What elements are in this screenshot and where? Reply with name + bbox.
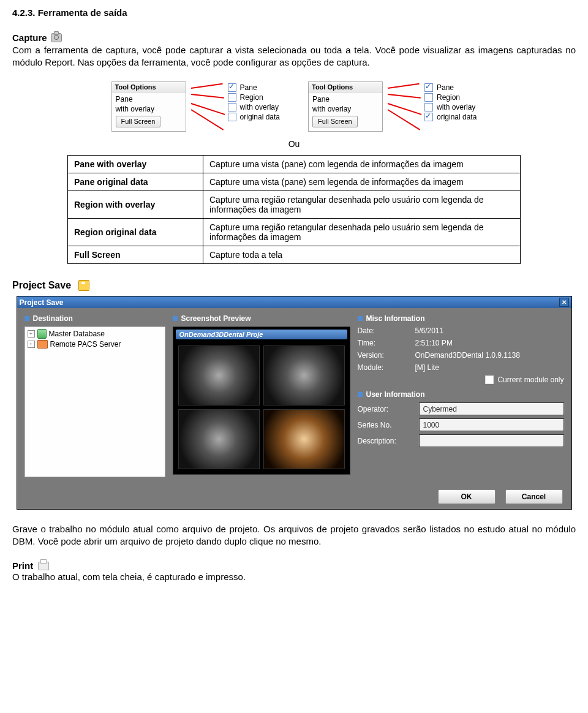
ou-label: Ou	[12, 139, 576, 149]
user-key: Description:	[358, 437, 413, 445]
dialog-titlebar: Project Save ✕	[17, 296, 571, 308]
checkbox-icon[interactable]	[228, 83, 236, 92]
checkbox-icon[interactable]	[424, 93, 433, 102]
server-icon	[37, 340, 48, 349]
tool-options-title-r: Tool Options	[309, 82, 382, 92]
destination-tree[interactable]: + Master Database + Remote PACS Server	[24, 326, 165, 477]
term-cell: Pane original data	[68, 173, 203, 191]
preview-title: OnDemand3DDental Proje	[176, 330, 347, 339]
checkbox-label: original data	[437, 113, 477, 121]
checkbox-row[interactable]: original data	[228, 112, 280, 122]
term-cell: Pane with overlay	[68, 156, 203, 173]
misc-value: [M] Lite	[415, 363, 564, 372]
square-bullet-icon	[358, 392, 363, 397]
tool-options-panel-left: Tool Options Pane with overlay Full Scre…	[111, 81, 186, 132]
square-bullet-icon	[24, 316, 29, 321]
checkbox-row[interactable]: with overlay	[228, 102, 280, 112]
checkbox-icon[interactable]	[424, 113, 433, 121]
checkbox-label: Region	[240, 93, 263, 102]
misc-value: OnDemand3DDental 1.0.9.1138	[415, 351, 564, 360]
misc-label: Misc Information	[366, 314, 425, 323]
checkbox-icon[interactable]	[228, 103, 236, 111]
checkbox-row[interactable]: with overlay	[424, 102, 477, 112]
close-icon[interactable]: ✕	[559, 298, 569, 307]
capture-label: Capture	[12, 32, 47, 43]
print-paragraph: O trabalho atual, com tela cheia, é capt…	[12, 571, 576, 583]
database-icon	[37, 329, 47, 339]
project-save-label: Project Save	[12, 280, 71, 291]
checkbox-label: Pane	[240, 83, 257, 92]
checkbox-icon[interactable]	[228, 113, 236, 121]
checkbox-row[interactable]: Region	[228, 92, 280, 102]
tool-options-line2: with overlay	[116, 104, 182, 114]
table-row: Region original dataCapture uma região r…	[68, 219, 521, 246]
tree-item-master[interactable]: + Master Database	[25, 328, 165, 339]
user-input[interactable]	[419, 434, 564, 447]
term-cell: Region with overlay	[68, 191, 203, 219]
current-module-label: Current module only	[497, 375, 564, 384]
save-icon	[78, 280, 89, 291]
print-icon	[38, 562, 49, 570]
checkbox-icon[interactable]	[424, 103, 433, 111]
screenshot-preview: OnDemand3DDental Proje	[173, 326, 350, 475]
full-screen-button-r[interactable]: Full Screen	[312, 116, 358, 127]
table-row: Pane original dataCapture uma vista (pan…	[68, 173, 521, 191]
checkbox-icon[interactable]	[228, 93, 236, 102]
arrows-right	[388, 81, 420, 130]
square-bullet-icon	[358, 316, 363, 321]
checkbox-row[interactable]: original data	[424, 112, 477, 122]
user-input[interactable]	[419, 402, 564, 415]
expand-icon[interactable]: +	[28, 330, 35, 338]
term-cell: Region original data	[68, 219, 203, 246]
checkbox-list-right: PaneRegionwith overlayoriginal data	[424, 81, 477, 123]
tool-options-figure: Tool Options Pane with overlay Full Scre…	[12, 81, 576, 132]
desc-cell: Capture uma região retangular desenhada …	[203, 219, 521, 246]
print-label: Print	[12, 560, 33, 571]
checkbox-row[interactable]: Pane	[228, 83, 280, 92]
preview-label: Screenshot Preview	[181, 314, 251, 323]
capture-paragraph: Com a ferramenta de captura, você pode c…	[12, 44, 576, 68]
misc-key: Module:	[358, 363, 407, 372]
checkbox-list-left: PaneRegionwith overlayoriginal data	[228, 81, 280, 123]
misc-value: 5/6/2011	[415, 326, 564, 335]
checkbox-label: Region	[437, 93, 460, 102]
checkbox-row[interactable]: Pane	[424, 83, 477, 92]
desc-cell: Capture uma vista (pane) sem legenda de …	[203, 173, 521, 191]
destination-panel: Destination + Master Database + Remote P…	[24, 314, 165, 477]
expand-icon[interactable]: +	[28, 341, 35, 348]
preview-panel: Screenshot Preview OnDemand3DDental Proj…	[173, 314, 350, 477]
desc-cell: Capture uma vista (pane) com legenda de …	[203, 156, 521, 173]
desc-cell: Capture uma região retangular desenhada …	[203, 191, 521, 219]
info-panel: Misc Information Date:5/6/2011Time:2:51:…	[358, 314, 564, 477]
checkbox-icon[interactable]	[424, 83, 433, 92]
arrows-left	[191, 81, 223, 130]
tree-item-remote[interactable]: + Remote PACS Server	[25, 339, 165, 349]
camera-icon	[51, 33, 62, 42]
misc-key: Time:	[358, 339, 407, 347]
save-paragraph: Grave o trabalho no módulo atual como ar…	[12, 523, 576, 547]
scan-thumbnail	[178, 409, 260, 469]
table-row: Pane with overlayCapture uma vista (pane…	[68, 156, 521, 173]
full-screen-button[interactable]: Full Screen	[116, 116, 161, 127]
project-save-dialog: Project Save ✕ Destination + Master Data…	[17, 296, 572, 510]
ok-button[interactable]: OK	[438, 489, 496, 504]
checkbox-label: Pane	[437, 83, 454, 92]
checkbox-row[interactable]: Region	[424, 92, 477, 102]
checkbox-label: with overlay	[437, 103, 475, 111]
misc-key: Date:	[358, 326, 407, 335]
scan-thumbnail	[178, 345, 260, 406]
tool-options-line2-r: with overlay	[312, 104, 379, 114]
user-input[interactable]	[419, 418, 564, 431]
tool-options-line1-r: Pane	[312, 94, 379, 104]
tree-label: Remote PACS Server	[50, 340, 121, 349]
table-row: Full ScreenCapture toda a tela	[68, 246, 521, 264]
user-info-label: User Information	[366, 390, 425, 399]
cancel-button[interactable]: Cancel	[505, 489, 563, 504]
scan-thumbnail-3d	[263, 409, 345, 469]
tool-options-line1: Pane	[116, 94, 182, 104]
scan-thumbnail	[263, 345, 345, 406]
current-module-checkbox[interactable]	[485, 375, 494, 384]
table-row: Region with overlayCapture uma região re…	[68, 191, 521, 219]
dialog-title-text: Project Save	[20, 298, 64, 307]
user-key: Series No.	[358, 421, 413, 429]
